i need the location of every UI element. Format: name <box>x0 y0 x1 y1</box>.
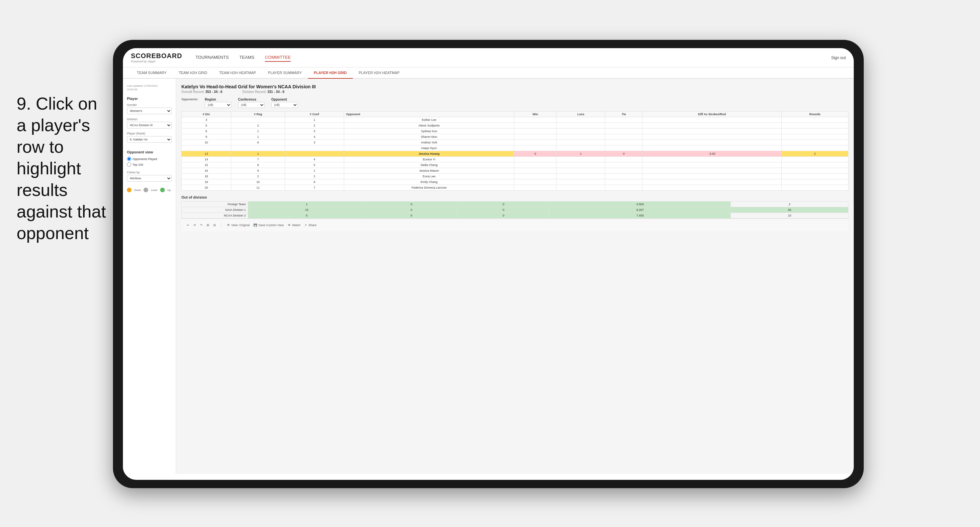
tab-player-h2h-grid[interactable]: PLAYER H2H GRID <box>308 67 353 79</box>
table-row[interactable]: 1063Andrea York <box>182 140 848 146</box>
legend-up-dot <box>160 187 165 192</box>
table-row[interactable]: 19106Emily Chang <box>182 179 848 185</box>
colour-by-select[interactable]: Win/loss <box>127 175 172 182</box>
table-row[interactable]: 613Sydney Kuo <box>182 129 848 134</box>
table-row[interactable]: 20117Federica Domecq Lacroze <box>182 185 848 190</box>
table-row[interactable]: NCAA Division 2 5 0 0 7.400 10 <box>182 213 848 219</box>
nav-teams[interactable]: TEAMS <box>240 54 255 62</box>
legend-down-label: Down <box>134 189 141 192</box>
region-filter-label: Region <box>205 98 232 101</box>
redo-btn[interactable]: ↺ <box>193 224 196 227</box>
filters-row: Opponents: Region (All) Conference (All) <box>181 98 848 108</box>
player-rank-select[interactable]: 8. Katelyn Vo <box>127 136 172 143</box>
nav-items: TOURNAMENTS TEAMS COMMITTEE <box>195 54 831 62</box>
gender-label: Gender <box>127 103 172 106</box>
conference-select[interactable]: (All) <box>238 102 265 108</box>
division-select[interactable]: NCAA Division III <box>127 122 172 129</box>
main-content: Last Updated: 27/03/2024 16:55:38 Player… <box>123 79 854 474</box>
out-of-division-table: Foreign Team 1 0 0 4.500 2 NAIA Division… <box>181 201 848 219</box>
division-record: Division Record: 331 - 34 - 6 <box>242 90 284 94</box>
opponent-view: Opponent view Opponents Played Top 100 <box>127 150 172 167</box>
watch-btn[interactable]: 👁 Watch <box>288 224 300 227</box>
table-row[interactable]: 1822Euna Lee <box>182 174 848 179</box>
filter-opponents: Opponents: <box>181 98 198 101</box>
table-row[interactable]: Foreign Team 1 0 0 4.500 2 <box>182 202 848 207</box>
colour-by: Colour by Win/loss <box>127 171 172 185</box>
filter-opponent: Opponent (All) <box>271 98 298 108</box>
col-diff: Diff Av Strokes/Rnd <box>643 111 782 117</box>
logo-sub: Powered by clippd <box>131 60 182 63</box>
sidebar-player-title: Player <box>127 97 172 101</box>
tab-team-summary[interactable]: TEAM SUMMARY <box>131 67 173 79</box>
col-rounds: Rounds <box>781 111 848 117</box>
forward-btn[interactable]: ↷ <box>200 224 203 227</box>
grid-area: Katelyn Vo Head-to-Head Grid for Women's… <box>176 79 854 474</box>
opponent-view-title: Opponent view <box>127 150 172 154</box>
filter-region: Region (All) <box>205 98 232 108</box>
legend-level-label: Level <box>151 189 157 192</box>
opponent-filter-label: Opponent <box>271 98 298 101</box>
top-nav: SCOREBOARD Powered by clippd TOURNAMENTS… <box>123 48 854 67</box>
region-select[interactable]: (All) <box>205 102 232 108</box>
col-opponent: Opponent <box>344 111 514 117</box>
nav-committee[interactable]: COMMITTEE <box>265 54 291 62</box>
tab-team-h2h-heatmap[interactable]: TEAM H2H HEATMAP <box>213 67 262 79</box>
col-div: # Div <box>182 111 231 117</box>
col-conf: # Conf <box>285 111 344 117</box>
save-custom-btn[interactable]: 💾 Save Custom View <box>253 224 284 227</box>
logo-text: SCOREBOARD <box>131 52 182 60</box>
conference-filter-label: Conference <box>238 98 265 101</box>
table-row[interactable]: 1691Jessica Mason <box>182 168 848 174</box>
top100-radio[interactable]: Top 100 <box>127 162 172 167</box>
out-of-division-section: Out of division Foreign Team 1 0 0 4.500… <box>181 195 848 219</box>
copy-btn[interactable]: ⊞ <box>207 224 209 227</box>
h2h-table: # Div # Reg # Conf Opponent Win Loss Tie… <box>181 111 848 190</box>
logo-area: SCOREBOARD Powered by clippd <box>131 52 182 63</box>
paste-btn[interactable]: ⊟ <box>213 224 216 227</box>
opponent-select[interactable]: (All) <box>271 102 298 108</box>
table-row[interactable]: 914Sharon Mun <box>182 134 848 140</box>
tab-player-h2h-heatmap[interactable]: PLAYER H2H HEATMAP <box>353 67 406 79</box>
grid-title: Katelyn Vo Head-to-Head Grid for Women's… <box>181 84 848 89</box>
opponents-label: Opponents: <box>181 98 198 101</box>
sign-out-button[interactable]: Sign out <box>831 56 846 60</box>
gender-select[interactable]: Women's <box>127 108 172 114</box>
share-btn[interactable]: ↗ Share <box>304 224 316 227</box>
colour-by-label: Colour by <box>127 171 172 174</box>
table-row[interactable]: Haejo Hyun <box>182 146 848 151</box>
table-row[interactable]: 1585Stella Cheng <box>182 162 848 168</box>
bottom-toolbar: ↩ ↺ ↷ ⊞ ⊟ 👁 View: Original 💾 Save Custom… <box>181 219 848 231</box>
instruction-text: 9. Click on a player's row to highlight … <box>17 93 110 244</box>
player-rank-label: Player (Rank) <box>127 132 172 135</box>
tablet-screen: SCOREBOARD Powered by clippd TOURNAMENTS… <box>123 48 854 480</box>
col-win: Win <box>514 111 557 117</box>
legend-down-dot <box>127 187 132 192</box>
col-reg: # Reg <box>231 111 285 117</box>
nav-tournaments[interactable]: TOURNAMENTS <box>195 54 229 62</box>
tab-player-summary[interactable]: PLAYER SUMMARY <box>262 67 308 79</box>
filter-conference: Conference (All) <box>238 98 265 108</box>
opponents-played-radio[interactable]: Opponents Played <box>127 157 172 161</box>
tab-team-h2h-grid[interactable]: TEAM H2H GRID <box>173 67 213 79</box>
grid-records: Overall Record: 353 - 34 - 6 Division Re… <box>181 90 848 94</box>
table-row[interactable]: 31Esther Lee <box>182 117 848 123</box>
division-label: Division <box>127 117 172 121</box>
table-row[interactable]: NAIA Division 1 15 0 0 9.267 30 <box>182 207 848 213</box>
legend: Down Level Up <box>127 187 172 192</box>
undo-btn[interactable]: ↩ <box>187 224 189 227</box>
sidebar-timestamp: Last Updated: 27/03/2024 16:55:38 <box>127 84 172 91</box>
sidebar: Last Updated: 27/03/2024 16:55:38 Player… <box>123 79 176 474</box>
overall-record: Overall Record: 353 - 34 - 6 <box>181 90 222 94</box>
table-row[interactable]: 1474Eunice Yi <box>182 157 848 162</box>
sub-nav: TEAM SUMMARY TEAM H2H GRID TEAM H2H HEAT… <box>123 67 854 79</box>
table-row[interactable]: 522Alexis Sudjianto <box>182 123 848 129</box>
table-row-highlighted[interactable]: 131Jessica Huang 0 1 0 -3.00 2 <box>182 151 848 157</box>
col-tie: Tie <box>605 111 643 117</box>
legend-up-label: Up <box>167 189 171 192</box>
legend-level-dot <box>143 187 148 192</box>
col-loss: Loss <box>557 111 605 117</box>
tablet-shell: SCOREBOARD Powered by clippd TOURNAMENTS… <box>113 40 864 488</box>
view-original-btn[interactable]: 👁 View: Original <box>227 224 250 227</box>
out-of-division-title: Out of division <box>181 195 848 199</box>
